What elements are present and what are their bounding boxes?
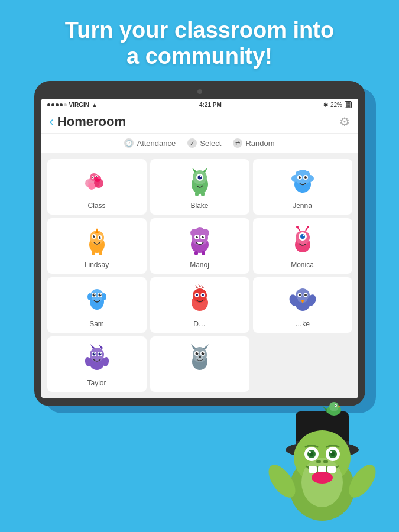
status-right: ✱ 22% ▓ <box>323 101 352 108</box>
student-name-taylor: Taylor <box>87 379 106 387</box>
monster-avatar <box>80 165 113 198</box>
list-item[interactable]: Jenna <box>253 159 352 215</box>
screen-title: Homeroom <box>57 114 126 129</box>
svg-point-9 <box>96 176 97 177</box>
wifi-icon: ▲ <box>92 102 98 108</box>
list-item[interactable]: Monica <box>253 218 352 274</box>
svg-rect-132 <box>309 466 317 473</box>
status-left: VIRGIN ▲ <box>47 102 98 108</box>
svg-point-37 <box>94 235 95 236</box>
screen: VIRGIN ▲ 4:21 PM ✱ 22% ▓ ‹ Homeroom ⚙ <box>41 99 358 398</box>
svg-point-88 <box>299 294 301 296</box>
svg-point-30 <box>306 176 307 177</box>
svg-point-52 <box>203 236 204 237</box>
student-grid: Class <box>41 153 358 398</box>
select-icon: ✓ <box>187 138 197 148</box>
list-item[interactable]: Manoj <box>150 218 249 274</box>
select-button[interactable]: ✓ Select <box>187 138 221 148</box>
svg-point-131 <box>330 451 332 453</box>
student-name-blake: Blake <box>190 202 208 210</box>
random-icon: ⇄ <box>233 138 242 148</box>
svg-rect-54 <box>202 251 205 255</box>
attendance-button[interactable]: 🕐 Attendance <box>124 138 176 148</box>
svg-marker-78 <box>201 285 205 288</box>
monster-avatar <box>80 283 113 316</box>
headline-line1: Turn your classroom into <box>24 18 375 44</box>
list-item[interactable]: Lindsay <box>47 218 147 274</box>
svg-point-136 <box>316 460 321 463</box>
svg-point-38 <box>100 236 101 238</box>
svg-point-51 <box>197 236 198 237</box>
svg-point-99 <box>98 353 101 356</box>
svg-point-63 <box>307 226 309 228</box>
random-label: Random <box>245 139 274 148</box>
nav-title-group: ‹ Homeroom <box>50 114 126 129</box>
svg-marker-94 <box>90 344 95 349</box>
svg-rect-18 <box>201 192 205 196</box>
svg-point-80 <box>196 294 198 296</box>
svg-point-67 <box>92 294 95 297</box>
svg-point-59 <box>303 235 304 236</box>
svg-point-127 <box>309 451 311 453</box>
svg-point-90 <box>304 294 307 296</box>
monster-avatar <box>183 224 216 257</box>
monster-avatar <box>286 165 319 198</box>
mascot-character <box>263 394 381 524</box>
svg-point-113 <box>203 352 204 353</box>
student-name-ke: …ke <box>295 320 310 328</box>
status-bar: VIRGIN ▲ 4:21 PM ✱ 22% ▓ <box>41 99 358 111</box>
nav-bar: ‹ Homeroom ⚙ <box>41 111 358 134</box>
svg-point-139 <box>329 402 339 411</box>
back-button[interactable]: ‹ <box>50 114 54 129</box>
monster-avatar <box>286 283 319 316</box>
svg-point-82 <box>202 294 204 296</box>
svg-point-7 <box>92 177 93 178</box>
student-name-d: D… <box>193 320 206 328</box>
battery-label: 22% <box>330 102 342 108</box>
list-item[interactable]: Taylor <box>47 336 147 392</box>
attendance-icon: 🕐 <box>124 138 134 148</box>
svg-point-135 <box>312 472 333 484</box>
list-item[interactable]: Blake <box>150 159 249 215</box>
svg-rect-40 <box>92 251 95 255</box>
svg-point-100 <box>94 353 95 354</box>
svg-point-111 <box>201 352 204 355</box>
student-name-class: Class <box>87 202 105 210</box>
headline: Turn your classroom into a community! <box>0 0 399 81</box>
monster-avatar <box>183 283 216 316</box>
signal-dots <box>47 103 67 106</box>
svg-point-70 <box>94 294 95 295</box>
svg-point-13 <box>197 176 202 180</box>
monster-avatar <box>183 165 216 198</box>
svg-rect-17 <box>195 192 199 196</box>
svg-point-73 <box>102 293 106 300</box>
list-item[interactable]: Class <box>47 159 147 215</box>
svg-point-112 <box>197 352 198 353</box>
bluetooth-icon: ✱ <box>323 102 328 108</box>
student-name-monica: Monica <box>291 261 314 269</box>
svg-point-5 <box>94 175 101 182</box>
list-item[interactable]: D… <box>150 277 249 333</box>
student-name-manoj: Manoj <box>190 261 209 269</box>
monster-avatar <box>80 342 113 375</box>
attendance-label: Attendance <box>137 139 176 148</box>
time-display: 4:21 PM <box>199 102 222 108</box>
tablet: VIRGIN ▲ 4:21 PM ✱ 22% ▓ ‹ Homeroom ⚙ <box>34 81 365 406</box>
svg-point-71 <box>100 294 101 295</box>
svg-point-142 <box>335 405 336 406</box>
svg-point-4 <box>88 183 95 190</box>
list-item[interactable]: Sam <box>47 277 147 333</box>
svg-point-109 <box>195 352 198 355</box>
battery-icon: ▓ <box>345 101 352 108</box>
svg-point-115 <box>199 356 201 358</box>
list-item[interactable] <box>150 336 249 392</box>
svg-point-97 <box>92 353 95 356</box>
student-name-lindsay: Lindsay <box>85 261 109 269</box>
svg-point-72 <box>87 293 92 300</box>
monster-avatar <box>80 224 113 257</box>
random-button[interactable]: ⇄ Random <box>233 138 274 148</box>
svg-point-137 <box>323 460 328 463</box>
svg-point-75 <box>193 288 207 303</box>
settings-icon[interactable]: ⚙ <box>339 115 350 129</box>
list-item[interactable]: …ke <box>253 277 352 333</box>
